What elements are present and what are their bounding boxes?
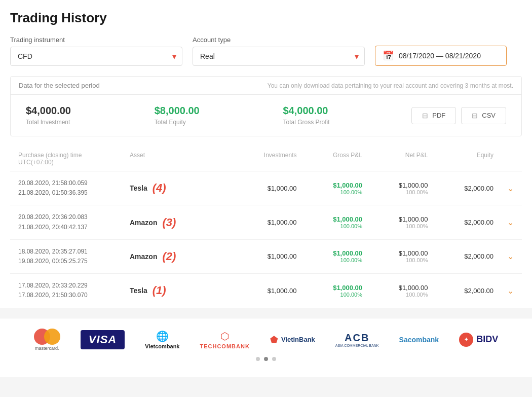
- asset-badge: (1): [153, 284, 166, 297]
- net-pct: 100.00%: [362, 257, 428, 263]
- dot-3[interactable]: [272, 357, 276, 361]
- col-header-investments: Investments: [231, 152, 297, 166]
- total-profit-item: $4,000.00 Total Gross Profit: [283, 105, 412, 126]
- table-body: 20.08.2020, 21:58:00.059 21.08.2020, 01:…: [10, 171, 522, 308]
- asset-name: Amazon: [130, 219, 157, 227]
- row-equity: $2,000.00: [428, 252, 494, 260]
- sacombank-logo: Sacombank: [399, 336, 439, 344]
- row-asset: Amazon (3): [130, 216, 231, 229]
- row-investment: $1,000.00: [231, 252, 297, 260]
- pdf-download-button[interactable]: ⊟ PDF: [411, 107, 456, 124]
- row-gross-pl: $1,000.00 100.00%: [297, 182, 363, 195]
- expand-button[interactable]: ⌄: [507, 286, 514, 296]
- summary-info-bar: Data for the selected period You can onl…: [11, 77, 521, 95]
- asset-badge: (3): [162, 216, 176, 229]
- account-label: Account type: [193, 36, 365, 44]
- summary-actions: ⊟ PDF ⊟ CSV: [411, 107, 506, 124]
- row-open-time: 18.08.2020, 20:35:27.091: [18, 247, 130, 257]
- total-investment-item: $4,000.00 Total Investment: [26, 105, 155, 126]
- pdf-icon: ⊟: [422, 112, 428, 120]
- asset-badge: (4): [153, 182, 166, 195]
- filters-row: Trading instrument CFD Forex Stocks ▾ Ac…: [10, 36, 522, 66]
- techcombank-icon: ⬡: [220, 330, 229, 342]
- row-close-time: 21.08.2020, 01:50:36.395: [18, 188, 130, 198]
- account-filter-group: Account type Real Demo ▾: [193, 36, 365, 66]
- asset-name: Tesla: [130, 286, 147, 295]
- dot-1[interactable]: [256, 357, 260, 361]
- trading-history-table: Purchase (closing) time UTC(+07:00) Asse…: [10, 147, 522, 308]
- total-profit-label: Total Gross Profit: [283, 119, 412, 126]
- col-header-time: Purchase (closing) time UTC(+07:00): [18, 152, 130, 166]
- row-asset: Tesla (1): [130, 284, 231, 297]
- account-select[interactable]: Real Demo: [193, 47, 365, 66]
- row-gross-pl: $1,000.00 100.00%: [297, 284, 363, 298]
- expand-button[interactable]: ⌄: [507, 218, 514, 227]
- dot-2[interactable]: [264, 357, 268, 361]
- summary-data-row: $4,000.00 Total Investment $8,000.00 Tot…: [11, 95, 521, 136]
- row-time: 20.08.2020, 21:58:00.059 21.08.2020, 01:…: [18, 178, 130, 198]
- table-row: 20.08.2020, 20:36:20.083 21.08.2020, 20:…: [10, 205, 522, 239]
- instrument-select[interactable]: CFD Forex Stocks: [10, 47, 182, 66]
- asset-name: Amazon: [130, 252, 157, 261]
- expand-button[interactable]: ⌄: [507, 184, 514, 193]
- mastercard-logo: mastercard.: [34, 329, 60, 351]
- net-pct: 100.00%: [362, 223, 428, 229]
- vietinbank-logo: ⬟ VietinBank: [270, 334, 315, 345]
- footer-logos: mastercard. VISA 🌐 Vietcombank ⬡ TECHCOM…: [0, 318, 532, 377]
- row-close-time: 19.08.2020, 00:05:25.275: [18, 257, 130, 266]
- visa-text: VISA: [81, 330, 125, 349]
- row-investment: $1,000.00: [231, 185, 297, 192]
- row-open-time: 20.08.2020, 20:36:20.083: [18, 212, 130, 222]
- gross-pct: 100.00%: [297, 189, 363, 195]
- row-expand: ⌄: [493, 184, 514, 193]
- row-close-time: 17.08.2020, 21:50:30.070: [18, 291, 130, 300]
- bidv-icon: ✦: [459, 333, 473, 347]
- expand-button[interactable]: ⌄: [507, 251, 514, 261]
- row-gross-pl: $1,000.00 100.00%: [297, 215, 363, 229]
- gross-value: $1,000.00: [297, 182, 363, 189]
- total-investment-value: $4,000.00: [26, 105, 155, 117]
- csv-download-button[interactable]: ⊟ CSV: [461, 107, 506, 124]
- row-asset: Amazon (2): [130, 250, 231, 263]
- net-value: $1,000.00: [362, 182, 428, 189]
- row-expand: ⌄: [493, 251, 514, 261]
- row-expand: ⌄: [493, 286, 514, 296]
- period-note: You can only download data pertaining to…: [268, 82, 513, 89]
- net-pct: 100.00%: [362, 189, 428, 195]
- visa-logo: VISA: [81, 330, 125, 349]
- row-gross-pl: $1,000.00 100.00%: [297, 249, 363, 263]
- asset-badge: (2): [162, 250, 176, 263]
- table-row: 17.08.2020, 20:33:20.229 17.08.2020, 21:…: [10, 274, 522, 307]
- row-expand: ⌄: [493, 218, 514, 227]
- row-open-time: 17.08.2020, 20:33:20.229: [18, 281, 130, 291]
- row-open-time: 20.08.2020, 21:58:00.059: [18, 178, 130, 188]
- row-close-time: 21.08.2020, 20:40:42.137: [18, 223, 130, 232]
- row-asset: Tesla (4): [130, 182, 231, 195]
- sacombank-text: Sacombank: [399, 336, 439, 344]
- table-header-row: Purchase (closing) time UTC(+07:00) Asse…: [10, 147, 522, 171]
- col-header-expand: [493, 152, 514, 166]
- net-value: $1,000.00: [362, 284, 428, 292]
- vietcombank-text: Vietcombank: [145, 343, 179, 349]
- row-net-pl: $1,000.00 100.00%: [362, 182, 428, 195]
- row-net-pl: $1,000.00 100.00%: [362, 284, 428, 298]
- acb-subtext: ASIA COMMERCIAL BANK: [335, 344, 379, 347]
- row-net-pl: $1,000.00 100.00%: [362, 249, 428, 263]
- net-value: $1,000.00: [362, 249, 428, 257]
- date-range-picker[interactable]: 📅 08/17/2020 — 08/21/2020: [375, 46, 507, 66]
- row-equity: $2,000.00: [428, 185, 494, 192]
- summary-section: Data for the selected period You can onl…: [10, 76, 522, 136]
- page-title: Trading History: [10, 10, 522, 26]
- vietinbank-text: VietinBank: [281, 336, 315, 343]
- csv-icon: ⊟: [472, 112, 478, 120]
- payment-logos-row: mastercard. VISA 🌐 Vietcombank ⬡ TECHCOM…: [10, 329, 522, 351]
- vietcombank-icon: 🌐: [156, 330, 169, 342]
- col-header-net-pl: Net P&L: [362, 152, 428, 166]
- total-profit-value: $4,000.00: [283, 105, 412, 117]
- asset-name: Tesla: [130, 184, 147, 192]
- row-net-pl: $1,000.00 100.00%: [362, 215, 428, 229]
- gross-pct: 100.00%: [297, 292, 363, 298]
- total-equity-label: Total Equity: [155, 119, 283, 126]
- row-time: 20.08.2020, 20:36:20.083 21.08.2020, 20:…: [18, 212, 130, 232]
- col-header-equity: Equity: [428, 152, 494, 166]
